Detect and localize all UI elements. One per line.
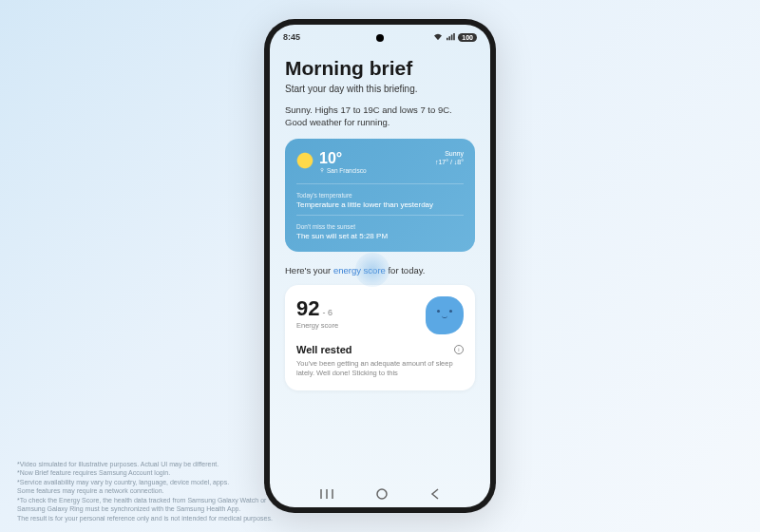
recents-button[interactable] xyxy=(320,488,333,500)
phone-frame: 8:45 100 Morning brief Start your day wi… xyxy=(264,19,496,513)
energy-intro-text: Here's your energy score for today. xyxy=(285,265,475,276)
status-icons: 100 xyxy=(433,33,477,42)
page-subtitle: Start your day with this briefing. xyxy=(285,84,475,94)
battery-badge: 100 xyxy=(458,33,477,42)
current-temp: 10° xyxy=(319,150,367,167)
weather-card[interactable]: 10° San Francisco Sunny ↑17° / ↓8° Toda xyxy=(285,139,475,252)
svg-point-0 xyxy=(321,168,323,170)
temp-range: ↑17° / ↓8° xyxy=(435,159,464,165)
home-button[interactable] xyxy=(376,488,388,500)
today-temp-text: Temperature a little lower than yesterda… xyxy=(296,200,464,209)
weather-condition: Sunny xyxy=(435,150,464,157)
back-button[interactable] xyxy=(430,488,440,500)
svg-point-1 xyxy=(377,489,387,499)
signal-icon xyxy=(446,33,455,41)
page-title: Morning brief xyxy=(285,57,475,80)
today-temp-label: Today's temperature xyxy=(296,192,464,199)
wifi-icon xyxy=(433,33,443,41)
location-text: San Francisco xyxy=(319,167,367,174)
energy-score-link[interactable]: energy score xyxy=(333,265,386,276)
sunset-text: The sun will set at 5:28 PM xyxy=(296,232,464,240)
weather-summary-text: Sunny. Highs 17 to 19C and lows 7 to 9C.… xyxy=(285,104,475,129)
energy-score-value: 92 - 6 xyxy=(296,296,338,321)
status-time: 8:45 xyxy=(283,32,300,42)
navigation-bar xyxy=(270,481,490,507)
info-icon[interactable]: i xyxy=(454,345,464,354)
phone-screen: 8:45 100 Morning brief Start your day wi… xyxy=(270,25,490,507)
location-pin-icon xyxy=(319,167,325,173)
energy-score-delta: - 6 xyxy=(322,308,332,317)
mascot-icon xyxy=(426,296,464,334)
content-area: Morning brief Start your day with this b… xyxy=(270,46,490,390)
rested-title: Well rested xyxy=(296,344,352,355)
sunset-label: Don't miss the sunset xyxy=(296,223,464,230)
rested-description: You've been getting an adequate amount o… xyxy=(296,359,464,379)
disclaimer-text: *Video simulated for illustrative purpos… xyxy=(17,460,283,522)
front-camera xyxy=(376,34,384,42)
energy-score-label: Energy score xyxy=(296,321,338,330)
sun-icon xyxy=(296,152,314,169)
energy-card[interactable]: 92 - 6 Energy score Well rested i You've… xyxy=(285,285,475,390)
